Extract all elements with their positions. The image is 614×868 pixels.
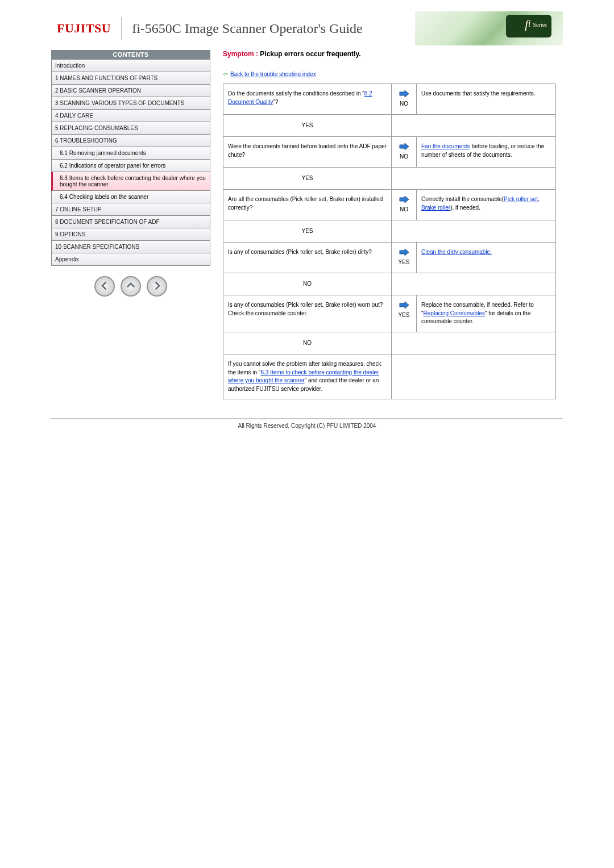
main-content: Symptom : Pickup errors occur frequently… [210,50,563,399]
toc-6-3[interactable]: 6.3 Items to check before contacting the… [51,172,210,191]
logo-divider [121,17,122,40]
final-cell: If you cannot solve the problem after ta… [223,354,392,399]
toc-troubleshooting[interactable]: 6 TROUBLESHOOTING [51,135,210,147]
answer-cell: Use documents that satisfy the requireme… [417,84,556,115]
condition-cell: YES [392,243,417,273]
table-row: If you cannot solve the problem after ta… [223,354,556,399]
page-title: fi-5650C Image Scanner Operator's Guide [132,21,363,36]
page-container: FUJITSU fi-5650C Image Scanner Operator'… [51,11,563,429]
toc-appendix[interactable]: Appendix [51,253,210,266]
fujitsu-logo: FUJITSU [57,21,111,36]
symptom-heading: Symptom : Pickup errors occur frequently… [223,50,556,58]
toc-online-setup[interactable]: 7 ONLINE SETUP [51,203,210,216]
condition-cell: NO [392,190,417,220]
pick-roller-link[interactable]: Pick roller set [504,196,538,202]
layout-row: CONTENTS Introduction 1 NAMES AND FUNCTI… [51,50,563,399]
arrow-right-icon [396,301,412,309]
flow-table: Do the documents satisfy the conditions … [223,84,556,399]
yes-no-row: YES [223,167,556,190]
arrow-right-icon [152,281,161,291]
toc-doc-spec-adf[interactable]: 8 DOCUMENT SPECIFICATION OF ADF [51,216,210,228]
toc-6-1[interactable]: 6.1 Removing jammed documents [51,147,210,160]
copyright-footer: All Rights Reserved, Copyright (C) PFU L… [51,419,563,429]
arrow-left-icon [100,281,109,291]
question-cell: Are all the consumables (Pick roller set… [223,190,392,220]
table-row: Do the documents satisfy the conditions … [223,84,556,115]
arrow-right-icon [396,248,412,256]
arrow-right-icon [396,90,412,98]
question-cell: Do the documents satisfy the conditions … [223,84,392,115]
brake-roller-link[interactable]: Brake roller [421,205,450,211]
arrow-right-icon [396,195,412,203]
clean-consumable-link[interactable]: Clean the dirty consumable. [421,249,492,255]
fan-documents-link[interactable]: Fan the documents [421,143,470,149]
header-bar: FUJITSU fi-5650C Image Scanner Operator'… [51,11,563,45]
symptom-label: Symptom : [223,50,258,58]
arrow-right-icon [396,143,412,151]
table-row: Is any of consumables (Pick roller set, … [223,295,556,332]
logo-wrap: FUJITSU fi-5650C Image Scanner Operator'… [51,17,363,40]
condition-cell: NO [392,137,417,168]
table-row: Are all the consumables (Pick roller set… [223,190,556,220]
answer-cell: Correctly install the consumable(Pick ro… [417,190,556,220]
question-cell: Is any of consumables (Pick roller set, … [223,295,392,332]
arrow-up-icon [126,281,135,291]
back-arrow-icon: ⇦ [223,70,228,78]
yes-no-row: YES [223,220,556,243]
toc-6-4[interactable]: 6.4 Checking labels on the scanner [51,191,210,203]
toc-replacing-consumables[interactable]: 5 REPLACING CONSUMABLES [51,122,210,135]
table-row: Is any of consumables (Pick roller set, … [223,243,556,273]
fi-series-badge: fi Series [525,17,547,32]
back-link-row: ⇦ Back to the trouble shooting index [223,70,556,78]
answer-cell: Clean the dirty consumable. [417,243,556,273]
toc-basic-operation[interactable]: 2 BASIC SCANNER OPERATION [51,85,210,97]
toc-introduction[interactable]: Introduction [51,59,210,72]
toc-scanner-spec[interactable]: 10 SCANNER SPECIFICATIONS [51,241,210,253]
toc-6-2[interactable]: 6.2 Indications of operator panel for er… [51,160,210,172]
toc-names-parts[interactable]: 1 NAMES AND FUNCTIONS OF PARTS [51,72,210,85]
toc-scanning-types[interactable]: 3 SCANNING VARIOUS TYPES OF DOCUMENTS [51,97,210,110]
toc-daily-care[interactable]: 4 DAILY CARE [51,110,210,122]
replacing-consumables-link[interactable]: Replacing Consumables [424,310,485,316]
toc-options[interactable]: 9 OPTIONS [51,228,210,241]
nav-controls [51,276,210,297]
up-button[interactable] [121,276,141,297]
sidebar: CONTENTS Introduction 1 NAMES AND FUNCTI… [51,50,210,297]
back-to-index-link[interactable]: Back to the trouble shooting index [230,71,316,77]
question-cell: Is any of consumables (Pick roller set, … [223,243,392,273]
next-button[interactable] [147,276,167,297]
contents-header: CONTENTS [51,50,210,59]
yes-no-row: NO [223,332,556,354]
yes-no-row: NO [223,273,556,295]
answer-cell: Replace the consumable, if needed. Refer… [417,295,556,332]
condition-cell: YES [392,295,417,332]
answer-cell: Fan the documents before loading, or red… [417,137,556,168]
prev-button[interactable] [94,276,115,297]
table-row: Were the documents fanned before loaded … [223,137,556,168]
condition-cell: NO [392,84,417,115]
header-decoration: fi Series [415,11,563,45]
question-cell: Were the documents fanned before loaded … [223,137,392,168]
yes-no-row: YES [223,114,556,137]
symptom-text: Pickup errors occur frequently. [258,50,361,58]
